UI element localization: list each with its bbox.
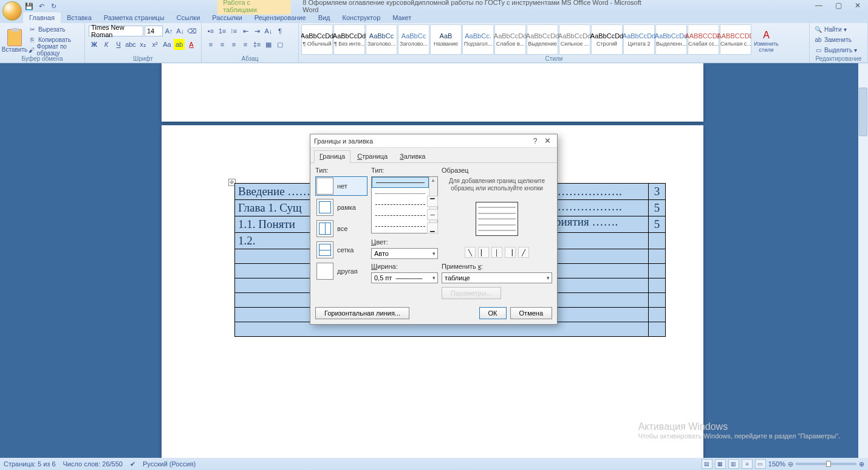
paste-button[interactable]: Вставить xyxy=(2,24,27,58)
preview-hmid-border-button[interactable]: ─ xyxy=(427,209,438,220)
tab-fill[interactable]: Заливка xyxy=(394,150,431,162)
align-center-button[interactable]: ≡ xyxy=(217,39,228,50)
style-item[interactable]: AaBbCcDd¶ Обычный xyxy=(301,24,333,55)
cut-button[interactable]: ✂Вырезать xyxy=(28,24,82,34)
style-item[interactable]: AaBbCcЗаголово... xyxy=(398,24,429,55)
web-view-button[interactable]: ▥ xyxy=(728,459,739,469)
style-item[interactable]: AaBbCc.Подзагол... xyxy=(462,24,494,55)
style-item[interactable]: AaBbCcDdСлабое в... xyxy=(494,24,526,55)
bullets-button[interactable]: •≡ xyxy=(205,26,216,36)
undo-icon[interactable]: ↶ xyxy=(36,1,46,11)
style-item[interactable]: AaBbCcDdСтрогий xyxy=(591,24,623,55)
fullscreen-view-button[interactable]: ▦ xyxy=(715,459,726,469)
zoom-out-button[interactable]: ⊖ xyxy=(788,460,793,468)
horizontal-line-button[interactable]: Горизонтальная линия... xyxy=(315,307,409,319)
border-type-box[interactable]: рамка xyxy=(315,198,367,217)
redo-icon[interactable]: ↻ xyxy=(49,1,58,11)
cell-page[interactable] xyxy=(649,278,666,293)
cell-page[interactable]: 3 xyxy=(649,184,666,200)
preview-bottom-border-button[interactable]: ▁ xyxy=(427,223,438,233)
italic-button[interactable]: К xyxy=(101,39,112,50)
cell-page[interactable]: 5 xyxy=(649,216,666,233)
color-combo[interactable]: Авто xyxy=(371,248,438,259)
find-button[interactable]: 🔍Найти ▾ xyxy=(812,24,865,34)
format-painter-button[interactable]: 🖌Формат по образцу xyxy=(28,45,82,55)
border-type-none[interactable]: нет xyxy=(315,176,367,196)
zoom-thumb[interactable] xyxy=(826,461,831,467)
preview-left-border-button[interactable]: ▏ xyxy=(478,247,489,258)
cell-page[interactable] xyxy=(649,233,666,249)
font-name-combo[interactable]: Times New Roman xyxy=(89,26,143,36)
justify-button[interactable]: ≡ xyxy=(240,39,251,50)
borders-button[interactable]: ▢ xyxy=(275,39,285,50)
tab-border[interactable]: Граница xyxy=(314,150,350,163)
preview-top-border-button[interactable]: ▔ xyxy=(427,196,438,207)
apply-to-combo[interactable]: таблице xyxy=(442,272,552,283)
style-item[interactable]: AaBbCcDdВыделенн... xyxy=(655,24,687,55)
scroll-thumb[interactable] xyxy=(859,88,867,136)
font-color-button[interactable]: A xyxy=(186,39,197,50)
zoom-slider[interactable] xyxy=(796,463,856,465)
line-style-dashdot[interactable] xyxy=(372,221,429,232)
indent-dec-button[interactable]: ⇤ xyxy=(240,26,251,36)
styles-gallery[interactable]: AaBbCcDd¶ ОбычныйAaBbCcDd¶ Без инте...Aa… xyxy=(301,24,751,55)
tab-page[interactable]: Страница xyxy=(352,150,393,162)
style-item[interactable]: AABBCCDDСлабая сс... xyxy=(688,24,719,55)
line-style-solid[interactable] xyxy=(372,177,429,188)
replace-button[interactable]: abЗаменить xyxy=(812,35,865,44)
style-item[interactable]: АаВНазвание xyxy=(430,24,462,55)
office-button[interactable] xyxy=(2,1,22,21)
clear-format-button[interactable]: ⌫ xyxy=(186,26,197,36)
numbering-button[interactable]: 1≡ xyxy=(217,26,228,36)
cell-page[interactable] xyxy=(649,322,666,337)
cell-page[interactable] xyxy=(649,308,666,322)
tab-layout[interactable]: Разметка страницы xyxy=(98,12,171,23)
dialog-close-button[interactable]: ✕ xyxy=(541,136,553,145)
proofing-icon[interactable]: ✔ xyxy=(130,460,135,468)
shading-button[interactable]: ▦ xyxy=(263,39,274,50)
border-type-custom[interactable]: другая xyxy=(315,261,367,281)
zoom-level[interactable]: 150% xyxy=(768,460,785,468)
change-styles-button[interactable]: A Изменить стили xyxy=(753,24,780,58)
style-item[interactable]: AaBbCcЗаголово... xyxy=(366,24,397,55)
border-type-all[interactable]: все xyxy=(315,219,367,238)
minimize-button[interactable]: — xyxy=(811,0,827,11)
page-indicator[interactable]: Страница: 5 из 6 xyxy=(4,460,56,468)
grow-font-button[interactable]: A↑ xyxy=(164,26,174,36)
preview-sample[interactable] xyxy=(476,202,518,236)
show-marks-button[interactable]: ¶ xyxy=(275,26,285,36)
line-style-dashed[interactable] xyxy=(372,210,429,221)
cell-page[interactable] xyxy=(649,249,666,264)
align-left-button[interactable]: ≡ xyxy=(205,39,216,50)
font-size-combo[interactable]: 14 xyxy=(145,26,163,36)
save-icon[interactable]: 💾 xyxy=(24,1,34,11)
maximize-button[interactable]: ▢ xyxy=(830,0,846,11)
strike-button[interactable]: abc xyxy=(125,39,136,50)
tab-home[interactable]: Главная xyxy=(23,12,61,23)
style-item[interactable]: AABBCCDDСильная с... xyxy=(720,24,751,55)
dialog-help-button[interactable]: ? xyxy=(529,137,541,145)
highlight-button[interactable]: ab xyxy=(174,39,185,50)
line-style-dashed-fine[interactable] xyxy=(372,199,429,210)
vertical-scrollbar[interactable] xyxy=(858,63,868,458)
preview-diag2-button[interactable]: ╱ xyxy=(518,247,529,258)
cell-page[interactable] xyxy=(649,293,666,308)
style-item[interactable]: AaBbCcDdВыделение xyxy=(527,24,558,55)
width-combo[interactable]: 0,5 пт ———— xyxy=(371,272,438,283)
style-item[interactable]: AaBbCcDd¶ Без инте... xyxy=(333,24,365,55)
multilevel-button[interactable]: ⁝≡ xyxy=(228,26,239,36)
tab-insert[interactable]: Вставка xyxy=(61,12,98,23)
shrink-font-button[interactable]: A↓ xyxy=(175,26,185,36)
preview-vmid-border-button[interactable]: │ xyxy=(491,247,502,258)
sort-button[interactable]: A↓ xyxy=(263,26,274,36)
dialog-titlebar[interactable]: Границы и заливка ? ✕ xyxy=(310,134,557,148)
superscript-button[interactable]: x² xyxy=(149,39,160,50)
preview-right-border-button[interactable]: ▕ xyxy=(505,247,516,258)
style-item[interactable]: AaBbCcDdЦитата 2 xyxy=(623,24,655,55)
zoom-in-button[interactable]: ⊕ xyxy=(859,460,864,468)
align-right-button[interactable]: ≡ xyxy=(228,39,239,50)
print-layout-view-button[interactable]: ▤ xyxy=(702,459,713,469)
word-count[interactable]: Число слов: 26/550 xyxy=(63,460,123,468)
cell-page[interactable]: 5 xyxy=(649,200,666,216)
cell-page[interactable] xyxy=(649,264,666,278)
